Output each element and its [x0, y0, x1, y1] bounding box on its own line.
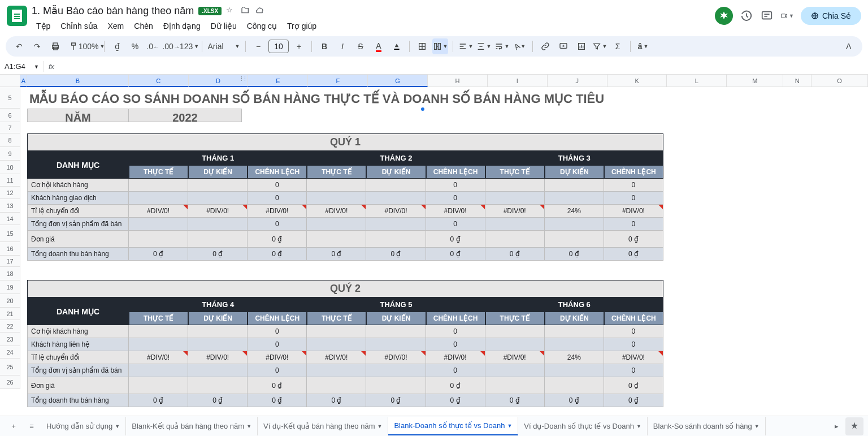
col-header-M[interactable]: M: [727, 75, 783, 87]
print-button[interactable]: [47, 38, 63, 54]
row-header-15[interactable]: 15: [0, 225, 20, 242]
data-cell[interactable]: 0: [248, 325, 307, 338]
data-cell[interactable]: [188, 377, 248, 394]
functions-button[interactable]: Σ: [610, 38, 626, 54]
undo-button[interactable]: ↶: [11, 38, 27, 54]
doc-title[interactable]: 1. Mẫu Báo cáo bán hàng theo năm: [32, 5, 194, 17]
col-header-H[interactable]: H: [428, 75, 488, 87]
redo-button[interactable]: ↷: [29, 38, 45, 54]
data-cell[interactable]: #DIV/0!: [426, 205, 485, 218]
data-cell[interactable]: #DIV/0!: [485, 351, 545, 364]
data-cell[interactable]: [545, 364, 604, 377]
data-cell[interactable]: 0: [248, 179, 307, 192]
data-cell[interactable]: 0: [426, 218, 485, 231]
more-button[interactable]: â▼: [635, 38, 651, 54]
data-cell[interactable]: [485, 231, 545, 248]
rotate-button[interactable]: A▼: [512, 38, 528, 54]
col-header-A[interactable]: A: [20, 75, 27, 87]
data-cell[interactable]: #DIV/0!: [129, 351, 188, 364]
row-header-18[interactable]: 18: [0, 267, 20, 280]
wrap-button[interactable]: ▼: [494, 38, 510, 54]
data-cell[interactable]: [545, 377, 604, 394]
data-cell[interactable]: [188, 325, 248, 338]
share-button[interactable]: Chia Sẻ: [801, 7, 861, 25]
zoom-select[interactable]: 100%▼: [84, 38, 99, 54]
sheet-content[interactable]: MẪU BÁO CÁO SO SÁNH DOANH SỐ BÁN HÀNG TH…: [20, 87, 868, 408]
data-cell[interactable]: #DIV/0!: [426, 351, 485, 364]
col-header-L[interactable]: L: [667, 75, 727, 87]
valign-button[interactable]: ▼: [476, 38, 492, 54]
data-cell[interactable]: #DIV/0!: [604, 351, 663, 364]
data-cell[interactable]: #DIV/0!: [604, 205, 663, 218]
row-header-16[interactable]: 16: [0, 242, 20, 256]
row-header-10[interactable]: 10: [0, 161, 20, 174]
collaborator-avatar[interactable]: [715, 7, 733, 25]
data-cell[interactable]: [485, 218, 545, 231]
col-header-N[interactable]: N: [783, 75, 811, 87]
strikethrough-button[interactable]: S: [353, 38, 368, 54]
data-cell[interactable]: 0: [248, 338, 307, 351]
row-header-14[interactable]: 14: [0, 213, 20, 225]
font-size-input[interactable]: 10: [268, 40, 289, 53]
col-resize-icon[interactable]: ⸽⸽: [240, 75, 246, 83]
data-cell[interactable]: 0 ₫: [485, 394, 545, 407]
data-cell[interactable]: [545, 179, 604, 192]
menu-xem[interactable]: Xem: [103, 19, 129, 33]
selection-handle[interactable]: [421, 107, 424, 111]
data-cell[interactable]: [366, 218, 426, 231]
data-cell[interactable]: 24%: [545, 351, 604, 364]
data-cell[interactable]: [129, 192, 188, 205]
data-cell[interactable]: #DIV/0!: [248, 351, 307, 364]
data-cell[interactable]: [485, 192, 545, 205]
col-header-O[interactable]: O: [811, 75, 868, 87]
select-all-corner[interactable]: [0, 75, 20, 87]
link-button[interactable]: [537, 38, 553, 54]
data-cell[interactable]: 0 ₫: [604, 377, 663, 394]
data-cell[interactable]: 0: [248, 364, 307, 377]
data-cell[interactable]: 0 ₫: [188, 394, 248, 407]
row-header-6[interactable]: 6: [0, 109, 20, 122]
data-cell[interactable]: 0: [426, 338, 485, 351]
col-header-G[interactable]: G: [368, 75, 428, 87]
data-cell[interactable]: [545, 325, 604, 338]
data-cell[interactable]: 0 ₫: [248, 231, 307, 248]
data-cell[interactable]: 0 ₫: [129, 248, 188, 261]
data-cell[interactable]: [485, 338, 545, 351]
data-cell[interactable]: [366, 231, 426, 248]
row-header-9[interactable]: 9: [0, 147, 20, 161]
data-cell[interactable]: [307, 338, 366, 351]
data-cell[interactable]: [366, 364, 426, 377]
row-header-23[interactable]: 23: [0, 333, 20, 346]
star-icon[interactable]: ☆: [226, 6, 236, 16]
insert-chart-button[interactable]: [574, 38, 589, 54]
data-cell[interactable]: 0 ₫: [188, 248, 248, 261]
data-cell[interactable]: #DIV/0!: [248, 205, 307, 218]
row-header-19[interactable]: 19: [0, 280, 20, 294]
data-cell[interactable]: [545, 192, 604, 205]
data-cell[interactable]: [129, 325, 188, 338]
increase-font-button[interactable]: +: [291, 38, 307, 54]
comment-icon[interactable]: [760, 9, 774, 23]
data-cell[interactable]: 0: [604, 338, 663, 351]
row-header-22[interactable]: 22: [0, 320, 20, 333]
font-select[interactable]: Arial▼: [207, 38, 241, 54]
data-cell[interactable]: [545, 218, 604, 231]
row-header-25[interactable]: 25: [0, 359, 20, 375]
menu-tệp[interactable]: Tệp: [32, 19, 55, 33]
name-box[interactable]: A1:G4▼: [0, 61, 44, 72]
data-cell[interactable]: #DIV/0!: [188, 205, 248, 218]
menu-dữ liệu[interactable]: Dữ liệu: [206, 19, 241, 33]
number-format-button[interactable]: 123▼: [181, 38, 197, 54]
data-cell[interactable]: [366, 325, 426, 338]
data-cell[interactable]: 0 ₫: [307, 248, 366, 261]
filter-button[interactable]: ▼: [592, 38, 607, 54]
text-color-button[interactable]: A: [371, 38, 387, 54]
data-cell[interactable]: 0: [604, 325, 663, 338]
bold-button[interactable]: B: [316, 38, 332, 54]
data-cell[interactable]: [188, 218, 248, 231]
meet-icon[interactable]: ▼: [780, 9, 794, 23]
data-cell[interactable]: [307, 179, 366, 192]
menu-chèn[interactable]: Chèn: [129, 19, 157, 33]
menu-chỉnh sửa[interactable]: Chỉnh sửa: [56, 19, 102, 33]
data-cell[interactable]: [129, 231, 188, 248]
